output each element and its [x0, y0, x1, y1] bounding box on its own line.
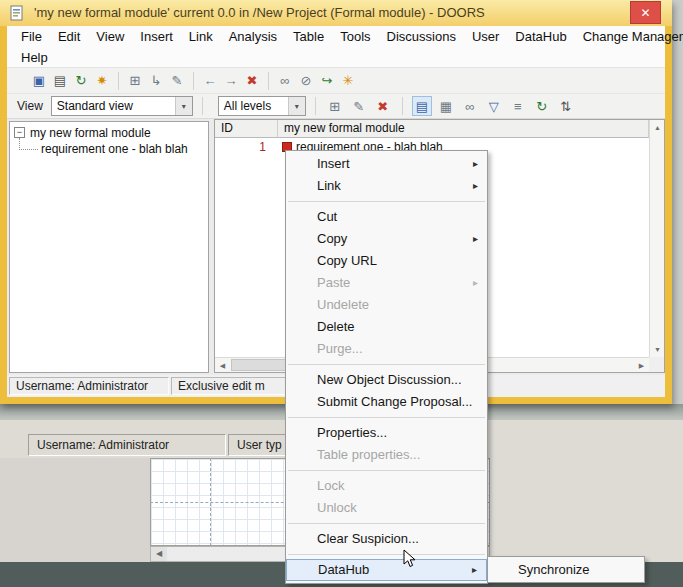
background-scroll-left-icon[interactable]: ◀ [151, 547, 167, 561]
menu-file[interactable]: File [13, 27, 50, 46]
filter-icon[interactable]: ▽ [484, 96, 504, 116]
menu-separator [288, 470, 485, 471]
menu-item-label: Submit Change Proposal... [317, 394, 472, 409]
submenu-item-synchronize[interactable]: Synchronize [488, 558, 644, 581]
menu-help[interactable]: Help [13, 48, 56, 67]
background-left-panel [0, 458, 150, 562]
new-object-icon[interactable]: ✷ [92, 71, 112, 91]
menu-separator [288, 554, 485, 555]
scroll-right-icon[interactable]: ▶ [634, 358, 649, 373]
column-header-id[interactable]: ID [215, 120, 278, 138]
datahub-submenu: Synchronize [487, 556, 645, 583]
context-menu-item-properties[interactable]: Properties... [286, 422, 487, 444]
insert-object-icon[interactable]: ⊞ [125, 71, 145, 91]
context-menu-item-cut[interactable]: Cut [286, 206, 487, 228]
tree-connector-line [19, 138, 38, 150]
context-menu-item-lock: Lock [286, 475, 487, 497]
menu-discussions[interactable]: Discussions [379, 27, 464, 46]
save-icon[interactable]: ▣ [29, 71, 49, 91]
view-label: View [17, 99, 43, 113]
compress-icon[interactable]: ≡ [508, 96, 528, 116]
context-menu-item-datahub[interactable]: DataHub ▸ [286, 559, 487, 581]
insert-column-icon[interactable]: ⊞ [325, 96, 345, 116]
delete-link-icon[interactable]: ⊘ [296, 71, 316, 91]
menu-item-label: Clear Suspicion... [317, 531, 419, 546]
graphics-mode-icon[interactable]: ▦ [436, 96, 456, 116]
print-icon[interactable]: ▤ [50, 71, 70, 91]
context-menu-item-clear-suspicion[interactable]: Clear Suspicion... [286, 528, 487, 550]
menu-user[interactable]: User [464, 27, 507, 46]
menu-separator [288, 364, 485, 365]
refresh-view-icon[interactable]: ↻ [532, 96, 552, 116]
menu-change-management[interactable]: Change Management [575, 27, 683, 46]
toolbar-separator [402, 97, 403, 115]
context-menu-item-new-object-discussion[interactable]: New Object Discussion... [286, 369, 487, 391]
context-menu-item-table-properties: Table properties... [286, 444, 487, 466]
scroll-left-icon[interactable]: ◀ [215, 358, 230, 373]
submenu-arrow-icon: ▸ [473, 228, 478, 250]
links-mode-icon[interactable]: ∞ [460, 96, 480, 116]
view-select[interactable]: Standard view ▾ [51, 96, 193, 116]
menu-view[interactable]: View [88, 27, 132, 46]
edit-column-icon[interactable]: ✎ [349, 96, 369, 116]
context-menu-item-copy[interactable]: Copy ▸ [286, 228, 487, 250]
view-select-value: Standard view [52, 99, 175, 113]
menu-item-label: Table properties... [317, 447, 420, 462]
submenu-arrow-icon: ▸ [473, 175, 478, 197]
delete-column-icon[interactable]: ✖ [373, 96, 393, 116]
toolbar-separator [118, 72, 119, 90]
delete-object-icon[interactable]: ✖ [242, 71, 262, 91]
context-menu-item-submit-change-proposal[interactable]: Submit Change Proposal... [286, 391, 487, 413]
context-menu-item-copy-url[interactable]: Copy URL [286, 250, 487, 272]
chevron-down-icon[interactable]: ▾ [288, 97, 305, 115]
tree-row[interactable]: − my new formal module [10, 125, 208, 141]
insert-child-object-icon[interactable]: ↳ [146, 71, 166, 91]
menu-insert[interactable]: Insert [132, 27, 181, 46]
mouse-cursor [403, 549, 416, 573]
edit-object-icon[interactable]: ✎ [167, 71, 187, 91]
levels-select[interactable]: All levels ▾ [218, 96, 306, 116]
tree-root-label[interactable]: my new formal module [30, 125, 151, 141]
tree-row[interactable]: requirement one - blah blah [10, 141, 208, 157]
menu-analysis[interactable]: Analysis [221, 27, 285, 46]
menu-item-label: Undelete [317, 297, 369, 312]
follow-link-icon[interactable]: ↪ [317, 71, 337, 91]
menu-table[interactable]: Table [285, 27, 332, 46]
make-link-icon[interactable]: ∞ [275, 71, 295, 91]
menu-link[interactable]: Link [181, 27, 221, 46]
menu-item-label: Cut [317, 209, 337, 224]
close-button[interactable]: ✕ [630, 1, 661, 24]
doors-module-icon[interactable] [9, 5, 25, 25]
demote-object-icon[interactable]: → [221, 71, 241, 91]
scroll-down-icon[interactable]: ▼ [650, 342, 665, 357]
menubar-row-1: File Edit View Insert Link Analysis Tabl… [7, 26, 665, 47]
menu-item-label: Lock [317, 478, 344, 493]
context-menu: Insert ▸ Link ▸ Cut Copy ▸ Copy URL Past… [285, 150, 488, 584]
tree-child-label[interactable]: requirement one - blah blah [41, 141, 188, 157]
display-mode-icon[interactable]: ▤ [412, 96, 432, 116]
sort-icon[interactable]: ⇅ [556, 96, 576, 116]
menu-edit[interactable]: Edit [50, 27, 88, 46]
menu-datahub[interactable]: DataHub [507, 27, 574, 46]
menu-separator [288, 417, 485, 418]
module-explorer-tree: − my new formal module requirement one -… [9, 121, 209, 373]
scroll-up-icon[interactable]: ▲ [650, 120, 665, 135]
context-menu-item-insert[interactable]: Insert ▸ [286, 153, 487, 175]
menu-item-label: Delete [317, 319, 355, 334]
column-header-main[interactable]: my new formal module [278, 120, 649, 138]
submenu-arrow-icon: ▸ [472, 560, 477, 580]
menu-item-label: Copy [317, 231, 347, 246]
refresh-icon[interactable]: ↻ [71, 71, 91, 91]
toolbar-main: ▣ ▤ ↻ ✷ ⊞ ↳ ✎ ← → ✖ ∞ ⊘ ↪ ✳ [7, 68, 665, 94]
vertical-scrollbar[interactable]: ▲ ▼ [649, 120, 664, 357]
context-menu-item-link[interactable]: Link ▸ [286, 175, 487, 197]
menu-tools[interactable]: Tools [332, 27, 378, 46]
link-options-icon[interactable]: ✳ [338, 71, 358, 91]
context-menu-item-delete[interactable]: Delete [286, 316, 487, 338]
tree-collapse-icon[interactable]: − [14, 127, 25, 138]
chevron-down-icon[interactable]: ▾ [175, 97, 192, 115]
levels-select-value: All levels [219, 99, 288, 113]
context-menu-item-unlock: Unlock [286, 497, 487, 519]
promote-object-icon[interactable]: ← [200, 71, 220, 91]
row-id-cell[interactable]: 1 [215, 138, 278, 156]
